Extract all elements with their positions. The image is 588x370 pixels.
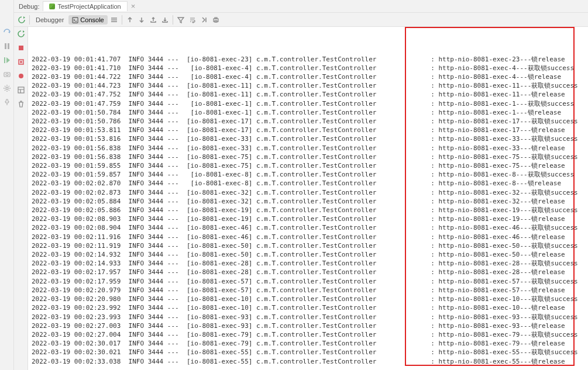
log-prefix: 2022-03-19 00:01:41.707 INFO 3444 --- [i… [32, 55, 376, 64]
log-prefix: 2022-03-19 00:02:30.021 INFO 3444 --- [i… [32, 348, 376, 357]
run-config-tab[interactable]: TestProjectApplication [43, 1, 127, 11]
debug-label: Debug: [19, 3, 39, 10]
pause-icon[interactable] [3, 42, 11, 50]
svg-marker-4 [6, 57, 10, 63]
console-tab[interactable]: Console [68, 15, 107, 25]
log-message: http-nio-8081-exec-93---锁release [438, 321, 565, 330]
close-tab-icon[interactable]: × [131, 2, 136, 11]
camera-icon[interactable] [3, 70, 11, 78]
threads-icon[interactable] [109, 15, 119, 25]
log-message: http-nio-8081-exec-75---锁release [438, 161, 565, 170]
debug-toolbar: Debugger Console [14, 13, 588, 27]
trash-icon[interactable] [16, 99, 26, 109]
import-icon[interactable] [160, 15, 170, 25]
up-stack-icon[interactable] [125, 15, 135, 25]
log-message: http-nio-8081-exec-11---获取锁success [438, 81, 577, 90]
log-prefix: 2022-03-19 00:01:47.752 INFO 3444 --- [i… [32, 90, 376, 99]
svg-rect-11 [215, 18, 217, 19]
print-icon[interactable] [211, 15, 221, 25]
log-message: http-nio-8081-exec-11---锁release [438, 90, 565, 99]
log-message: http-nio-8081-exec-28---获取锁success [438, 259, 577, 268]
log-prefix: 2022-03-19 00:01:53.816 INFO 3444 --- [i… [32, 134, 376, 143]
log-prefix: 2022-03-19 00:02:05.886 INFO 3444 --- [i… [32, 206, 376, 215]
log-prefix: 2022-03-19 00:02:27.004 INFO 3444 --- [i… [32, 330, 376, 339]
down-stack-icon[interactable] [136, 15, 147, 25]
log-message: http-nio-8081-exec-55---获取锁success [438, 348, 577, 357]
log-prefix: 2022-03-19 00:02:11.919 INFO 3444 --- [i… [32, 241, 376, 250]
log-line: 2022-03-19 00:01:53.811 INFO 3444 --- [i… [32, 126, 584, 134]
log-line: 2022-03-19 00:01:59.855 INFO 3444 --- [i… [32, 161, 584, 170]
log-prefix: 2022-03-19 00:02:20.980 INFO 3444 --- [i… [32, 295, 376, 303]
log-message: http-nio-8081-exec-55---锁release [438, 357, 565, 366]
log-prefix: 2022-03-19 00:02:05.884 INFO 3444 --- [i… [32, 197, 376, 206]
log-line: 2022-03-19 00:01:56.838 INFO 3444 --- [i… [32, 144, 584, 153]
log-line: 2022-03-19 00:01:41.710 INFO 3444 --- [i… [32, 64, 584, 72]
log-message: http-nio-8081-exec-4---锁release [438, 72, 561, 81]
pin-icon[interactable] [3, 98, 11, 106]
console-output[interactable]: 2022-03-19 00:01:41.707 INFO 3444 --- [i… [28, 27, 588, 370]
spring-boot-icon [49, 4, 55, 9]
log-line: 2022-03-19 00:02:27.004 INFO 3444 --- [i… [32, 330, 584, 339]
log-message: http-nio-8081-exec-8---获取锁success [438, 170, 574, 179]
log-prefix: 2022-03-19 00:02:17.959 INFO 3444 --- [i… [32, 277, 376, 286]
svg-rect-1 [5, 43, 6, 49]
log-line: 2022-03-19 00:02:02.870 INFO 3444 --- [i… [32, 179, 584, 188]
log-prefix: 2022-03-19 00:01:56.838 INFO 3444 --- [i… [32, 144, 376, 153]
export-icon[interactable] [148, 15, 159, 25]
log-line: 2022-03-19 00:02:17.959 INFO 3444 --- [i… [32, 277, 584, 286]
log-prefix: 2022-03-19 00:01:44.722 INFO 3444 --- [i… [32, 72, 376, 81]
log-line: 2022-03-19 00:02:20.980 INFO 3444 --- [i… [32, 295, 584, 303]
log-prefix: 2022-03-19 00:02:08.904 INFO 3444 --- [i… [32, 223, 376, 232]
log-line: 2022-03-19 00:02:30.021 INFO 3444 --- [i… [32, 348, 584, 357]
log-message: http-nio-8081-exec-23---锁release [438, 55, 565, 64]
log-message: http-nio-8081-exec-93---获取锁success [438, 313, 577, 321]
step-over-icon[interactable] [3, 28, 11, 36]
layout-icon[interactable] [16, 85, 26, 95]
filter-icon[interactable] [176, 15, 186, 25]
log-prefix: 2022-03-19 00:02:08.903 INFO 3444 --- [i… [32, 215, 376, 223]
svg-marker-13 [23, 30, 25, 33]
log-message: http-nio-8081-exec-33---锁release [438, 144, 565, 153]
log-message: http-nio-8081-exec-33---获取锁success [438, 134, 577, 143]
log-prefix: 2022-03-19 00:02:27.003 INFO 3444 --- [i… [32, 321, 376, 330]
log-message: http-nio-8081-exec-19---获取锁success [438, 206, 577, 215]
log-prefix: 2022-03-19 00:01:50.784 INFO 3444 --- [i… [32, 108, 376, 117]
log-line: 2022-03-19 00:02:11.916 INFO 3444 --- [i… [32, 233, 584, 241]
log-message: http-nio-8081-exec-32---获取锁success [438, 188, 577, 197]
log-line: 2022-03-19 00:02:05.884 INFO 3444 --- [i… [32, 197, 584, 206]
settings-icon[interactable] [3, 84, 11, 92]
log-line: 2022-03-19 00:02:17.957 INFO 3444 --- [i… [32, 268, 584, 276]
log-message: http-nio-8081-exec-1---锁release [438, 108, 561, 117]
log-line: 2022-03-19 00:01:47.752 INFO 3444 --- [i… [32, 90, 584, 99]
log-message: http-nio-8081-exec-57---获取锁success [438, 277, 577, 286]
log-message: http-nio-8081-exec-79---获取锁success [438, 330, 577, 339]
resume-icon[interactable] [3, 56, 11, 64]
log-message: http-nio-8081-exec-50---锁release [438, 250, 565, 259]
rerun2-icon[interactable] [16, 29, 26, 39]
svg-rect-14 [19, 46, 23, 50]
stop-icon[interactable] [16, 43, 26, 53]
log-message: http-nio-8081-exec-32---锁release [438, 197, 565, 206]
rerun-icon[interactable] [16, 15, 27, 25]
debugger-tab[interactable]: Debugger [32, 15, 67, 25]
log-prefix: 2022-03-19 00:02:14.932 INFO 3444 --- [i… [32, 250, 376, 259]
log-line: 2022-03-19 00:02:14.932 INFO 3444 --- [i… [32, 250, 584, 259]
svg-marker-0 [8, 31, 10, 33]
log-prefix: 2022-03-19 00:01:53.811 INFO 3444 --- [i… [32, 126, 376, 134]
log-line: 2022-03-19 00:02:20.979 INFO 3444 --- [i… [32, 286, 584, 295]
log-prefix: 2022-03-19 00:02:33.038 INFO 3444 --- [i… [32, 357, 376, 366]
mute-breakpoints-icon[interactable] [16, 71, 26, 81]
log-prefix: 2022-03-19 00:01:44.723 INFO 3444 --- [i… [32, 81, 376, 90]
exit-icon[interactable] [16, 57, 26, 67]
log-prefix: 2022-03-19 00:02:11.916 INFO 3444 --- [i… [32, 233, 376, 241]
scroll-end-icon[interactable] [199, 15, 209, 25]
log-prefix: 2022-03-19 00:01:59.857 INFO 3444 --- [i… [32, 170, 376, 179]
main-panel: Debug: TestProjectApplication × Debugger… [14, 0, 588, 370]
log-line: 2022-03-19 00:01:53.816 INFO 3444 --- [i… [32, 134, 584, 143]
run-config-name: TestProjectApplication [57, 3, 121, 10]
wrap-icon[interactable] [187, 15, 198, 25]
log-line: 2022-03-19 00:01:47.759 INFO 3444 --- [i… [32, 99, 584, 108]
log-message: http-nio-8081-exec-19---锁release [438, 215, 565, 223]
log-prefix: 2022-03-19 00:02:20.979 INFO 3444 --- [i… [32, 286, 376, 295]
svg-rect-17 [18, 87, 24, 93]
